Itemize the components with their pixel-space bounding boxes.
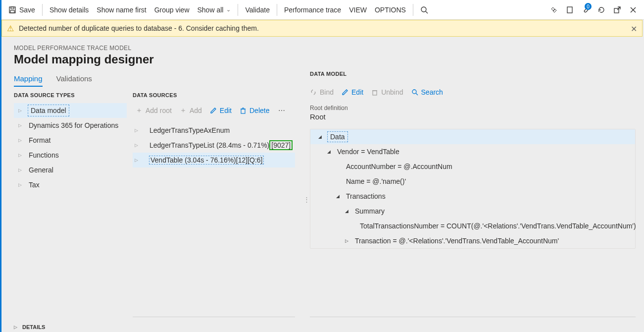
data-model-toolbar: Bind Edit Unbind Search xyxy=(310,85,636,100)
expand-icon[interactable]: ▷ xyxy=(135,158,143,163)
bind-label: Bind xyxy=(320,88,334,96)
refresh-button[interactable] xyxy=(594,0,609,20)
link-icon xyxy=(550,6,558,14)
edit-button[interactable]: Edit xyxy=(342,88,363,96)
details-label: DETAILS xyxy=(22,324,45,330)
office-icon-button[interactable] xyxy=(562,0,578,20)
ds-label: VendTable (3.04s - 76.16%)[12][Q:6] xyxy=(149,156,263,164)
add-button[interactable]: ＋Add xyxy=(177,104,205,117)
root-definition-value[interactable]: Root xyxy=(310,112,636,121)
dm-node-transactions[interactable]: ◢ Transactions xyxy=(310,189,635,204)
add-root-button[interactable]: ＋Add root xyxy=(133,104,175,117)
type-item-tax[interactable]: ▷ Tax xyxy=(14,177,127,192)
root-definition-label: Root definition xyxy=(310,105,636,111)
office-icon xyxy=(566,6,574,14)
tab-validations-label: Validations xyxy=(56,74,92,83)
expand-icon[interactable]: ▷ xyxy=(16,138,24,143)
options-label: OPTIONS xyxy=(375,6,406,14)
bind-button[interactable]: Bind xyxy=(310,88,334,96)
type-label: Dynamics 365 for Operations xyxy=(29,121,118,129)
ds-item-ledger-enum[interactable]: ▷ LedgerTransTypeAxEnum xyxy=(133,123,295,138)
collapse-icon[interactable]: ◢ xyxy=(334,194,341,199)
show-all-label: Show all xyxy=(198,6,224,14)
close-button[interactable] xyxy=(625,0,641,20)
show-name-first-button[interactable]: Show name first xyxy=(93,0,150,19)
data-model-header: DATA MODEL xyxy=(310,71,636,77)
expand-icon[interactable]: ▷ xyxy=(135,128,143,133)
ds-item-ledger-list[interactable]: ▷ LedgerTransTypeList (28.4ms - 0.71%)[9… xyxy=(133,138,295,153)
dm-node-data[interactable]: ◢ Data xyxy=(310,129,635,144)
expand-icon: ▷ xyxy=(14,325,17,330)
dm-node-transaction[interactable]: ▷ Transaction = @.'<Relations'.'VendTran… xyxy=(310,233,635,248)
expand-icon[interactable]: ▷ xyxy=(16,108,24,113)
validate-button[interactable]: Validate xyxy=(241,0,274,19)
link-icon-button[interactable] xyxy=(546,0,562,20)
column-resize-grip[interactable]: ⋮ xyxy=(303,196,308,203)
performance-trace-label: Performance trace xyxy=(284,6,341,14)
options-menu[interactable]: OPTIONS xyxy=(371,0,410,19)
expand-icon[interactable]: ▷ xyxy=(16,182,24,187)
warning-bar: ⚠ Detected number of duplicate queries t… xyxy=(1,20,643,37)
ds-label: LedgerTransTypeAxEnum xyxy=(149,126,230,134)
type-item-d365[interactable]: ▷ Dynamics 365 for Operations xyxy=(14,118,127,133)
type-label: Data model xyxy=(29,106,68,115)
overflow-button[interactable]: ⋯ xyxy=(274,105,289,116)
tab-validations[interactable]: Validations xyxy=(56,74,92,87)
delete-label: Delete xyxy=(249,107,269,114)
type-item-functions[interactable]: ▷ Functions xyxy=(14,148,127,163)
expand-icon[interactable]: ▷ xyxy=(16,123,24,128)
expand-icon[interactable]: ▷ xyxy=(135,143,143,148)
title-area: MODEL PERFORMANCE TRACE MODEL Model mapp… xyxy=(14,45,154,66)
data-source-types-panel: DATA SOURCE TYPES ▷ Data model ▷ Dynamic… xyxy=(14,92,127,192)
expand-icon[interactable]: ▷ xyxy=(16,153,24,158)
dm-node-totaltransactions[interactable]: TotalTransactionsNumber = COUNT(@.'<Rela… xyxy=(310,219,635,233)
warning-icon: ⚠ xyxy=(7,24,14,33)
view-menu[interactable]: VIEW xyxy=(345,0,371,19)
save-icon xyxy=(8,6,16,14)
expand-icon[interactable]: ▷ xyxy=(343,238,350,243)
collapse-icon[interactable]: ◢ xyxy=(343,209,350,214)
dm-node-label: Data xyxy=(328,132,347,141)
dm-node-summary[interactable]: ◢ Summary xyxy=(310,204,635,219)
type-item-data-model[interactable]: ▷ Data model xyxy=(14,103,127,118)
performance-trace-button[interactable]: Performance trace xyxy=(280,0,345,19)
dm-node-label: Transaction = @.'<Relations'.'VendTrans.… xyxy=(355,237,559,245)
svg-line-4 xyxy=(426,11,428,13)
details-section-toggle[interactable]: ▷ DETAILS xyxy=(14,324,45,330)
toolbar: Save Show details Show name first Group … xyxy=(1,0,644,20)
delete-icon xyxy=(240,107,247,114)
dm-node-name[interactable]: Name = @.'name()' xyxy=(310,174,635,189)
ds-item-vendtable[interactable]: ▷ VendTable (3.04s - 76.16%)[12][Q:6] xyxy=(133,153,295,167)
save-button[interactable]: Save xyxy=(4,0,39,19)
edit-label: Edit xyxy=(220,107,232,114)
show-details-label: Show details xyxy=(50,6,89,14)
type-item-general[interactable]: ▷ General xyxy=(14,163,127,177)
tab-mapping[interactable]: Mapping xyxy=(14,74,43,87)
group-view-button[interactable]: Group view xyxy=(150,0,194,19)
dm-node-vendor[interactable]: ◢ Vendor = VendTable xyxy=(310,144,635,159)
left-accent-bar xyxy=(0,0,1,332)
add-label: Add xyxy=(190,107,202,114)
dm-node-accountnumber[interactable]: AccountNumber = @.AccountNum xyxy=(310,159,635,174)
type-item-format[interactable]: ▷ Format xyxy=(14,133,127,148)
popout-button[interactable] xyxy=(609,0,625,20)
show-details-button[interactable]: Show details xyxy=(46,0,93,19)
attachments-button[interactable]: 0 xyxy=(578,0,594,20)
search-button[interactable]: Search xyxy=(411,88,443,96)
unbind-button[interactable]: Unbind xyxy=(371,88,403,96)
validate-label: Validate xyxy=(245,6,270,14)
collapse-icon[interactable]: ◢ xyxy=(316,134,323,139)
svg-point-3 xyxy=(421,7,426,12)
collapse-icon[interactable]: ◢ xyxy=(325,149,332,154)
edit-button[interactable]: Edit xyxy=(207,105,235,116)
expand-icon[interactable]: ▷ xyxy=(16,167,24,172)
dm-node-label: Summary xyxy=(355,207,385,215)
tabs: Mapping Validations xyxy=(14,74,92,87)
warning-close-button[interactable]: ✕ xyxy=(631,24,637,34)
separator xyxy=(42,4,43,16)
search-button[interactable] xyxy=(416,0,432,20)
svg-point-14 xyxy=(412,90,416,94)
delete-button[interactable]: Delete xyxy=(237,105,272,116)
show-all-dropdown[interactable]: Show all ⌄ xyxy=(194,0,235,19)
ds-label-text: LedgerTransTypeList (28.4ms - 0.71%) xyxy=(149,141,269,149)
